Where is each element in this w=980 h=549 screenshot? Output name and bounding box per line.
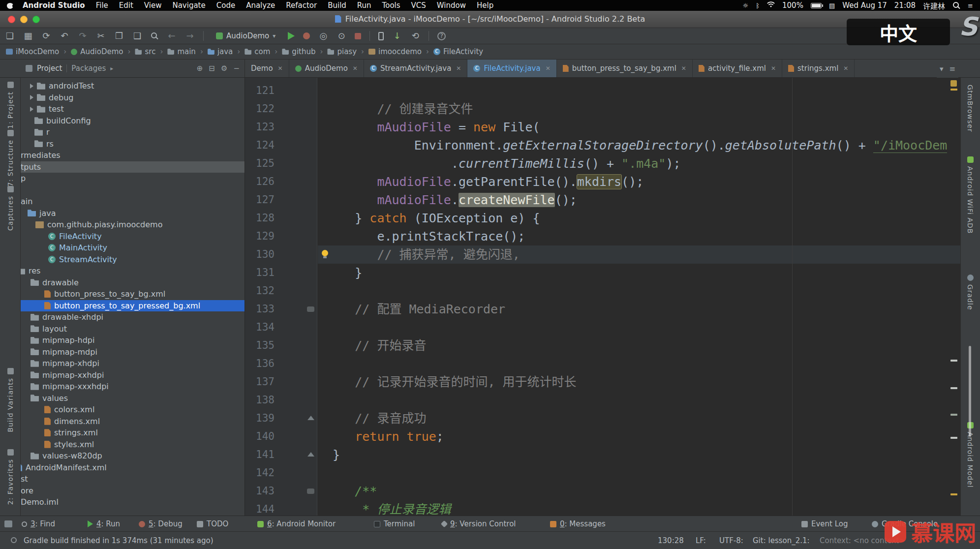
tree-item-demo-iml[interactable]: Demo.iml	[21, 496, 245, 508]
undo-icon[interactable]: ↶	[60, 31, 69, 40]
code-line[interactable]	[318, 355, 960, 373]
tool-button-find[interactable]: 3: Find	[22, 516, 55, 532]
breadcrumb-item-src[interactable]: src	[135, 47, 155, 56]
code-line[interactable]	[318, 391, 960, 409]
wifi-icon[interactable]	[767, 1, 775, 9]
tree-item-java[interactable]: java	[21, 208, 245, 219]
tool-button-debug[interactable]: 5: Debug	[139, 516, 183, 532]
tab-close-icon[interactable]: ✕	[843, 65, 848, 72]
minimize-window-button[interactable]	[20, 16, 28, 23]
tree-item-button-press-to-say-pressed-bg-xml[interactable]: button_press_to_say_pressed_bg.xml	[21, 300, 245, 312]
tool-button-android-monitor[interactable]: 6: Android Monitor	[257, 516, 336, 532]
toolwindow-switcher-icon[interactable]	[4, 520, 12, 527]
tree-item-mainactivity[interactable]: CMainActivity	[21, 242, 245, 254]
bluetooth-icon[interactable]: ᛒ	[756, 2, 760, 9]
tree-item-tputs[interactable]: tputs	[21, 161, 245, 173]
tool-button-build-variants[interactable]: Build Variants	[0, 368, 21, 432]
code-area[interactable]: // 创建录音文件mAudioFile = new File(Environme…	[318, 78, 960, 516]
spotlight-search-icon[interactable]	[952, 1, 960, 9]
tree-item-rs[interactable]: rs	[21, 138, 245, 150]
error-stripe-mark[interactable]	[950, 414, 957, 416]
run-icon[interactable]	[288, 32, 295, 40]
tab-close-icon[interactable]: ✕	[771, 65, 776, 72]
copy-icon[interactable]: ❐	[114, 31, 124, 40]
zoom-window-button[interactable]	[32, 16, 40, 23]
tree-item-dimens-xml[interactable]: dimens.xml	[21, 416, 245, 427]
menubar-item-vcs[interactable]: VCS	[411, 1, 426, 10]
tree-item-layout[interactable]: layout	[21, 323, 245, 335]
tool-button-7-structure[interactable]: 7: Structure	[0, 130, 21, 186]
editor-tab-activity-file-xml[interactable]: activity_file.xml✕	[693, 60, 782, 77]
tree-item-streamactivity[interactable]: CStreamActivity	[21, 254, 245, 266]
menubar-item-edit[interactable]: Edit	[119, 1, 133, 10]
sdk-manager-icon[interactable]: ↓	[392, 31, 402, 40]
menubar-item-code[interactable]: Code	[216, 1, 235, 10]
tab-close-icon[interactable]: ✕	[353, 65, 358, 72]
code-line[interactable]	[318, 82, 960, 100]
gradle-sync-icon[interactable]: ⟲	[410, 31, 420, 40]
tree-item-buildconfig[interactable]: buildConfig	[21, 115, 245, 127]
status-widget-utf-8[interactable]: UTF-8:	[719, 536, 743, 545]
menubar-item-build[interactable]: Build	[328, 1, 346, 10]
code-line[interactable]: * 停止录音逻辑	[318, 500, 960, 516]
code-line[interactable]: e.printStackTrace();	[318, 227, 960, 245]
redo-icon[interactable]: ↷	[78, 31, 88, 40]
tree-item-values[interactable]: values	[21, 393, 245, 404]
menubar-item-file[interactable]: File	[96, 1, 108, 10]
tree-item-drawable-xhdpi[interactable]: drawable-xhdpi	[21, 311, 245, 323]
tool-button-android-wifi-adb[interactable]: Android WiFi ADB	[960, 156, 980, 234]
tree-expand-arrow-icon[interactable]	[30, 84, 33, 89]
scrollbar-thumb[interactable]	[969, 346, 971, 437]
breadcrumb-item-java[interactable]: java	[208, 47, 233, 56]
tree-item-rmediates[interactable]: rmediates	[21, 150, 245, 161]
tool-button-gradle[interactable]: Gradle	[960, 274, 980, 310]
code-line[interactable]	[318, 282, 960, 300]
error-stripe-mark[interactable]	[950, 89, 957, 91]
tree-item-com-github-piasy-imoocdemo[interactable]: com.github.piasy.imoocdemo	[21, 219, 245, 231]
editor-tab-fileactivity-java[interactable]: CFileActivity.java✕	[467, 60, 556, 77]
code-line[interactable]: }	[318, 264, 960, 282]
tool-button-terminal[interactable]: Terminal	[374, 516, 415, 532]
chevron-right-icon[interactable]: ▸	[110, 65, 113, 72]
tree-item-p[interactable]: p	[21, 173, 245, 184]
breadcrumb-item-main[interactable]: main	[167, 47, 195, 56]
code-line[interactable]: // 配置 MediaRecorder	[318, 300, 960, 318]
menubar-item-view[interactable]: View	[144, 1, 162, 10]
menubar-item-run[interactable]: Run	[357, 1, 371, 10]
open-project-icon[interactable]: ❏	[5, 31, 15, 40]
tree-item-mipmap-xhdpi[interactable]: mipmap-xhdpi	[21, 358, 245, 369]
menubar-item-help[interactable]: Help	[477, 1, 493, 10]
code-line[interactable]: // 录音成功	[318, 409, 960, 427]
menubar-user[interactable]: 许建林	[923, 0, 945, 11]
code-line[interactable]: } catch (IOException e) {	[318, 209, 960, 227]
stop-icon[interactable]	[355, 33, 361, 39]
fold-marker-icon[interactable]	[307, 306, 314, 312]
code-line[interactable]	[318, 318, 960, 336]
tool-button-version-control[interactable]: 9: Version Control	[442, 516, 516, 532]
code-line[interactable]: /**	[318, 482, 960, 500]
find-icon[interactable]	[151, 32, 158, 40]
menubar-item-refactor[interactable]: Refactor	[286, 1, 317, 10]
settings-icon[interactable]: ⚙	[221, 64, 227, 73]
tab-close-icon[interactable]: ✕	[278, 65, 283, 72]
close-window-button[interactable]	[8, 16, 15, 23]
menubar-item-window[interactable]: Window	[437, 1, 466, 10]
tree-item-mipmap-xxhdpi[interactable]: mipmap-xxhdpi	[21, 369, 245, 381]
code-line[interactable]: Environment.getExternalStorageDirectory(…	[318, 136, 960, 154]
tab-close-icon[interactable]: ✕	[456, 65, 461, 72]
control-center-icon[interactable]: ≡	[968, 2, 973, 9]
tree-item-mipmap-mdpi[interactable]: mipmap-mdpi	[21, 346, 245, 358]
tree-item-button-press-to-say-bg-xml[interactable]: button_press_to_say_bg.xml	[21, 288, 245, 300]
tab-close-icon[interactable]: ✕	[546, 65, 551, 72]
code-line[interactable]: mAudioFile.createNewFile();	[318, 191, 960, 209]
paste-icon[interactable]: ❑	[132, 31, 142, 40]
hide-panel-icon[interactable]: −	[233, 64, 240, 73]
code-line[interactable]: // 捕获异常, 避免闪退,	[318, 245, 960, 264]
code-line[interactable]: return true;	[318, 427, 960, 446]
error-stripe-mark[interactable]	[950, 387, 957, 389]
error-stripe-mark[interactable]	[950, 437, 957, 439]
tool-button-todo[interactable]: TODO	[197, 516, 228, 532]
tree-item-fileactivity[interactable]: CFileActivity	[21, 231, 245, 243]
fold-marker-icon[interactable]	[307, 452, 314, 457]
coverage-icon[interactable]: ◎	[318, 31, 328, 40]
